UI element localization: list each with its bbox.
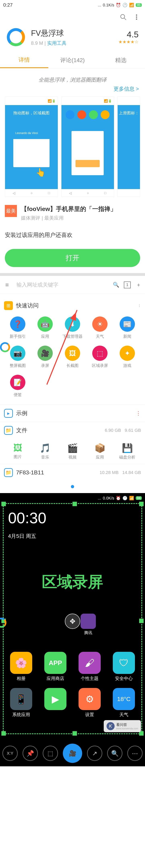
status-icons: ...0.1K/s⏰🕐📶 95 (98, 3, 142, 7)
home-indicator[interactable] (71, 485, 74, 488)
search-button[interactable]: 🔍 (107, 746, 122, 761)
folder-icon: 📁 (4, 426, 13, 435)
handle-r[interactable] (139, 619, 144, 623)
divider (0, 273, 145, 276)
search-icon[interactable]: 🔍 (112, 280, 120, 289)
sample-icon: ▸ (4, 409, 13, 418)
status-bar: 0:27 ...0.1K/s⏰🕐📶 95 (0, 0, 145, 10)
search-icon[interactable] (120, 13, 127, 21)
browser-toolbar: ≡ 输入网址或关键字 🔍 1 ＋ (0, 276, 145, 294)
handle-tr[interactable] (139, 502, 144, 506)
disk-categories: 🖼图片 🎵音乐 🎬视频 📦应用 💾磁盘分析 (0, 439, 145, 464)
app-store[interactable]: APP应用商店 (44, 652, 67, 682)
app-security[interactable]: 🛡安全中心 (113, 652, 135, 682)
app-system[interactable]: 📱系统应用 (10, 688, 32, 718)
qa-weather[interactable]: ☀天气 (86, 313, 114, 342)
svg-point-2 (136, 15, 137, 16)
more-icon[interactable]: ⋮ (138, 304, 141, 308)
article-source: 媒体测评 | 最美应用 (21, 215, 116, 221)
more-info-link[interactable]: 更多信息 > (0, 85, 145, 96)
qa-apps[interactable]: 🤖应用 (31, 313, 59, 342)
qa-regionrec[interactable]: ⬚区域录屏 (86, 342, 114, 372)
record-button[interactable]: 🎥 (63, 744, 82, 763)
app-tencent[interactable]: 腾讯 (80, 614, 96, 636)
add-button[interactable]: ＋ (134, 280, 143, 289)
handle-tl[interactable] (1, 502, 6, 506)
app-theme[interactable]: 🖌个性主题 (78, 652, 101, 682)
tabs-button[interactable]: 1 (123, 280, 132, 289)
tab-reviews[interactable]: 评论(142) (48, 52, 97, 68)
qa-record[interactable]: 🎥录屏 (31, 342, 59, 372)
app-weather[interactable]: 18°C天气 (113, 688, 135, 718)
cat-disk[interactable]: 💾磁盘分析 (114, 443, 141, 460)
app-icon[interactable] (5, 26, 27, 48)
cat-apps[interactable]: 📦应用 (86, 443, 114, 460)
article-row[interactable]: 最美 【fooView】手机界里的「一指禅」 媒体测评 | 最美应用 (0, 197, 145, 223)
cat-video[interactable]: 🎬视频 (59, 443, 86, 460)
more-icon[interactable]: ⋮ (136, 410, 141, 416)
homescreen-recording: ...0.0K/s⏰🕐📶94 00:30 4月5日 周五 区域录屏 ✥ 腾讯 🌸… (0, 493, 145, 766)
tab-featured[interactable]: 精选 (97, 52, 145, 68)
app-hero: FV悬浮球 8.9 M | 实用工具 4.5 ★★★★☆ (0, 24, 145, 52)
sample-row[interactable]: ▸ 示例 ⋮ (0, 405, 145, 422)
recommendation-heading: 安装过该应用的用户还喜欢 (0, 223, 145, 247)
watermark-logo: K (106, 722, 115, 730)
files-row[interactable]: 📁 文件 6.90 GB 9.61 GB (0, 422, 145, 439)
app-description: 全能悬浮球，浏览器圈图翻译 (0, 68, 145, 85)
app-bar (0, 10, 145, 24)
stars-icon: ★★★★☆ (118, 39, 139, 44)
qa-games[interactable]: ✦游戏 (114, 342, 141, 372)
handle-b[interactable] (72, 731, 77, 736)
crop-button[interactable]: ⬚ (43, 746, 58, 761)
url-input[interactable]: 输入网址或关键字 (15, 281, 109, 288)
menu-icon[interactable]: ≡ (2, 281, 12, 288)
rating: 4.5 ★★★★☆ (118, 30, 140, 44)
app-name: FV悬浮球 (31, 28, 118, 38)
screenshot-3[interactable]: 上滑图标： (117, 96, 140, 197)
screenshot-2[interactable]: 📶🔋 ◁○□ (61, 96, 114, 197)
open-button[interactable]: 打开 (5, 249, 140, 267)
quick-access-header[interactable]: ⊞ 快速访问 ⋮ (4, 298, 141, 313)
qa-guide[interactable]: ❓新手指引 (4, 313, 31, 342)
screenshots[interactable]: 📶🔋 拖动图标，区域截图 Leonardo da Vinci 👆 ◁○□ 📶🔋 … (0, 96, 145, 197)
folder-icon: 📁 (4, 468, 13, 477)
qa-longshot[interactable]: 🖼长截图 (59, 342, 86, 372)
svg-point-4 (136, 19, 137, 20)
app-subtitle: 8.9 M | 实用工具 (31, 40, 118, 46)
screenshot-1[interactable]: 📶🔋 拖动图标，区域截图 Leonardo da Vinci 👆 ◁○□ (5, 96, 58, 197)
cat-images[interactable]: 🖼图片 (4, 443, 31, 460)
qa-notes[interactable]: 📝便签 (4, 372, 31, 401)
article-title: 【fooView】手机界里的「一指禅」 (21, 205, 116, 213)
category-link[interactable]: 实用工具 (47, 40, 67, 46)
xy-button[interactable]: X:Y (2, 746, 18, 761)
grid-icon: ⊞ (4, 301, 13, 310)
app-settings[interactable]: ⚙设置 (78, 688, 101, 718)
watermark: K 看问答www.kanwenda.com (104, 720, 141, 732)
sdcard-row[interactable]: 📁 7F83-1B11 10.28 MB 14.84 GB (0, 464, 145, 481)
handle-t[interactable] (72, 502, 77, 506)
svg-line-1 (124, 18, 126, 20)
battery-icon: 95 (136, 3, 142, 7)
recording-toolbar: X:Y 📌 ⬚ 🎥 ↗ 🔍 ⋯ (0, 740, 145, 766)
share-button[interactable]: ↗ (87, 746, 102, 761)
badge-icon: 最美 (5, 205, 17, 217)
clock: 0:27 (3, 2, 98, 8)
pin-button[interactable]: 📌 (23, 746, 38, 761)
more-button[interactable]: ⋯ (127, 746, 143, 761)
more-icon[interactable] (133, 13, 140, 21)
quick-access-grid: ❓新手指引 🤖应用 ⬇下载管理器 ☀天气 📰新闻 📷整屏截图 🎥录屏 🖼长截图 … (4, 313, 141, 401)
svg-point-0 (121, 14, 125, 19)
handle-bl[interactable] (1, 731, 6, 736)
tab-details[interactable]: 详情 (0, 52, 48, 68)
app-gallery[interactable]: 🌸相册 (10, 652, 32, 682)
qa-news[interactable]: 📰新闻 (114, 313, 141, 342)
move-handle[interactable]: ✥ (65, 614, 80, 629)
app-unknown[interactable]: ▶ (44, 688, 67, 718)
fooview-float-icon[interactable] (0, 342, 10, 352)
cat-music[interactable]: 🎵音乐 (31, 443, 59, 460)
tabs: 详情 评论(142) 精选 (0, 52, 145, 68)
svg-point-3 (136, 17, 137, 18)
